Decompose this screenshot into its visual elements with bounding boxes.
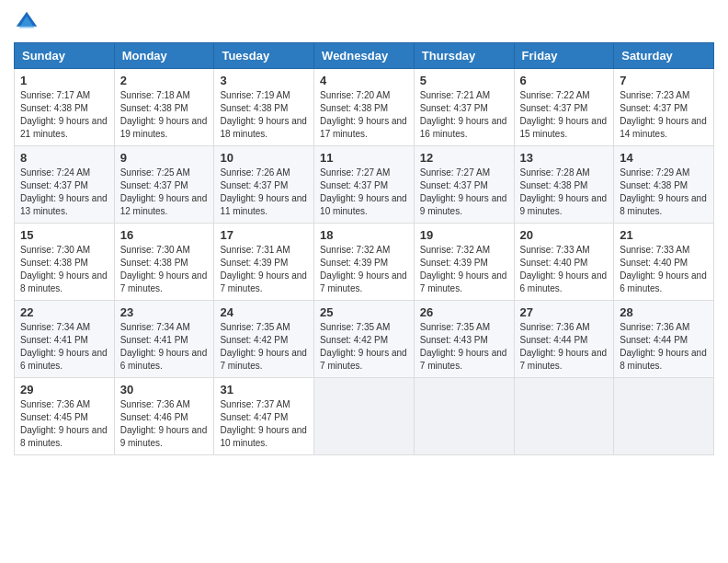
- day-number: 16: [120, 228, 209, 242]
- day-number: 10: [220, 151, 308, 165]
- week-row-3: 15 Sunrise: 7:30 AMSunset: 4:38 PMDaylig…: [15, 224, 714, 301]
- logo: [14, 9, 43, 35]
- day-info: Sunrise: 7:30 AMSunset: 4:38 PMDaylight:…: [20, 245, 108, 293]
- day-number: 5: [420, 74, 508, 87]
- day-cell: 23 Sunrise: 7:34 AMSunset: 4:41 PMDaylig…: [114, 301, 214, 378]
- weekday-header-row: SundayMondayTuesdayWednesdayThursdayFrid…: [15, 43, 714, 69]
- header: [14, 9, 714, 35]
- day-number: 1: [20, 74, 108, 87]
- day-cell: 8 Sunrise: 7:24 AMSunset: 4:37 PMDayligh…: [15, 146, 115, 224]
- day-info: Sunrise: 7:36 AMSunset: 4:44 PMDaylight:…: [620, 322, 707, 371]
- day-info: Sunrise: 7:31 AMSunset: 4:39 PMDaylight:…: [220, 245, 307, 293]
- day-number: 9: [120, 151, 209, 165]
- weekday-header-saturday: Saturday: [614, 43, 714, 69]
- day-number: 23: [120, 305, 209, 319]
- day-number: 21: [620, 228, 708, 242]
- day-info: Sunrise: 7:29 AMSunset: 4:38 PMDaylight:…: [620, 167, 707, 216]
- weekday-header-sunday: Sunday: [15, 43, 115, 69]
- day-cell: 30 Sunrise: 7:36 AMSunset: 4:46 PMDaylig…: [114, 378, 214, 455]
- weekday-header-wednesday: Wednesday: [314, 43, 415, 69]
- day-number: 31: [220, 383, 308, 396]
- day-info: Sunrise: 7:35 AMSunset: 4:42 PMDaylight:…: [220, 322, 307, 371]
- day-info: Sunrise: 7:27 AMSunset: 4:37 PMDaylight:…: [420, 167, 507, 216]
- day-cell: 17 Sunrise: 7:31 AMSunset: 4:39 PMDaylig…: [214, 224, 314, 301]
- day-cell: 6 Sunrise: 7:22 AMSunset: 4:37 PMDayligh…: [514, 69, 614, 146]
- day-info: Sunrise: 7:32 AMSunset: 4:39 PMDaylight:…: [420, 245, 507, 293]
- day-cell: 4 Sunrise: 7:20 AMSunset: 4:38 PMDayligh…: [314, 69, 415, 146]
- day-cell: 22 Sunrise: 7:34 AMSunset: 4:41 PMDaylig…: [15, 301, 115, 378]
- week-row-5: 29 Sunrise: 7:36 AMSunset: 4:45 PMDaylig…: [15, 378, 714, 455]
- day-number: 18: [320, 228, 408, 242]
- day-info: Sunrise: 7:19 AMSunset: 4:38 PMDaylight:…: [220, 90, 307, 139]
- day-cell: 31 Sunrise: 7:37 AMSunset: 4:47 PMDaylig…: [214, 378, 314, 455]
- day-cell: 16 Sunrise: 7:30 AMSunset: 4:38 PMDaylig…: [114, 224, 214, 301]
- day-cell: 20 Sunrise: 7:33 AMSunset: 4:40 PMDaylig…: [514, 224, 614, 301]
- weekday-header-tuesday: Tuesday: [214, 43, 314, 69]
- day-number: 27: [520, 305, 609, 319]
- day-number: 22: [20, 305, 108, 319]
- logo-icon: [14, 9, 40, 35]
- day-info: Sunrise: 7:24 AMSunset: 4:37 PMDaylight:…: [20, 167, 108, 216]
- day-cell: 1 Sunrise: 7:17 AMSunset: 4:38 PMDayligh…: [15, 69, 115, 146]
- day-number: 14: [620, 151, 708, 165]
- day-info: Sunrise: 7:18 AMSunset: 4:38 PMDaylight:…: [120, 90, 208, 139]
- day-number: 17: [220, 228, 308, 242]
- day-info: Sunrise: 7:34 AMSunset: 4:41 PMDaylight:…: [20, 322, 108, 371]
- day-number: 6: [520, 74, 609, 87]
- day-info: Sunrise: 7:33 AMSunset: 4:40 PMDaylight:…: [520, 245, 608, 293]
- day-number: 24: [220, 305, 308, 319]
- day-number: 2: [120, 74, 209, 87]
- day-cell: 27 Sunrise: 7:36 AMSunset: 4:44 PMDaylig…: [514, 301, 614, 378]
- weekday-header-friday: Friday: [514, 43, 614, 69]
- day-number: 25: [320, 305, 408, 319]
- day-info: Sunrise: 7:21 AMSunset: 4:37 PMDaylight:…: [420, 90, 507, 139]
- day-cell: 5 Sunrise: 7:21 AMSunset: 4:37 PMDayligh…: [414, 69, 514, 146]
- day-info: Sunrise: 7:25 AMSunset: 4:37 PMDaylight:…: [120, 167, 208, 216]
- day-info: Sunrise: 7:17 AMSunset: 4:38 PMDaylight:…: [20, 90, 108, 139]
- day-number: 11: [320, 151, 408, 165]
- day-cell: 19 Sunrise: 7:32 AMSunset: 4:39 PMDaylig…: [414, 224, 514, 301]
- day-cell: 2 Sunrise: 7:18 AMSunset: 4:38 PMDayligh…: [114, 69, 214, 146]
- day-cell: 29 Sunrise: 7:36 AMSunset: 4:45 PMDaylig…: [15, 378, 115, 455]
- day-info: Sunrise: 7:35 AMSunset: 4:42 PMDaylight:…: [320, 322, 407, 371]
- day-info: Sunrise: 7:23 AMSunset: 4:37 PMDaylight:…: [620, 90, 707, 139]
- day-info: Sunrise: 7:30 AMSunset: 4:38 PMDaylight:…: [120, 245, 208, 293]
- day-info: Sunrise: 7:34 AMSunset: 4:41 PMDaylight:…: [120, 322, 208, 371]
- week-row-2: 8 Sunrise: 7:24 AMSunset: 4:37 PMDayligh…: [15, 146, 714, 224]
- day-info: Sunrise: 7:35 AMSunset: 4:43 PMDaylight:…: [420, 322, 507, 371]
- day-cell: [414, 378, 514, 455]
- day-number: 13: [520, 151, 609, 165]
- day-info: Sunrise: 7:36 AMSunset: 4:46 PMDaylight:…: [120, 399, 208, 448]
- day-cell: 9 Sunrise: 7:25 AMSunset: 4:37 PMDayligh…: [114, 146, 214, 224]
- day-info: Sunrise: 7:32 AMSunset: 4:39 PMDaylight:…: [320, 245, 407, 293]
- day-info: Sunrise: 7:22 AMSunset: 4:37 PMDaylight:…: [520, 90, 608, 139]
- day-cell: 14 Sunrise: 7:29 AMSunset: 4:38 PMDaylig…: [614, 146, 714, 224]
- week-row-4: 22 Sunrise: 7:34 AMSunset: 4:41 PMDaylig…: [15, 301, 714, 378]
- day-cell: 3 Sunrise: 7:19 AMSunset: 4:38 PMDayligh…: [214, 69, 314, 146]
- day-cell: 13 Sunrise: 7:28 AMSunset: 4:38 PMDaylig…: [514, 146, 614, 224]
- day-number: 26: [420, 305, 508, 319]
- day-number: 19: [420, 228, 508, 242]
- week-row-1: 1 Sunrise: 7:17 AMSunset: 4:38 PMDayligh…: [15, 69, 714, 146]
- day-cell: 21 Sunrise: 7:33 AMSunset: 4:40 PMDaylig…: [614, 224, 714, 301]
- day-info: Sunrise: 7:36 AMSunset: 4:45 PMDaylight:…: [20, 399, 108, 448]
- day-cell: [514, 378, 614, 455]
- day-cell: 25 Sunrise: 7:35 AMSunset: 4:42 PMDaylig…: [314, 301, 415, 378]
- day-info: Sunrise: 7:36 AMSunset: 4:44 PMDaylight:…: [520, 322, 608, 371]
- weekday-header-monday: Monday: [114, 43, 214, 69]
- day-info: Sunrise: 7:26 AMSunset: 4:37 PMDaylight:…: [220, 167, 307, 216]
- weekday-header-thursday: Thursday: [414, 43, 514, 69]
- day-number: 20: [520, 228, 609, 242]
- day-number: 12: [420, 151, 508, 165]
- day-number: 7: [620, 74, 708, 87]
- day-cell: 12 Sunrise: 7:27 AMSunset: 4:37 PMDaylig…: [414, 146, 514, 224]
- day-number: 29: [20, 383, 108, 396]
- day-number: 3: [220, 74, 308, 87]
- day-cell: 26 Sunrise: 7:35 AMSunset: 4:43 PMDaylig…: [414, 301, 514, 378]
- day-number: 8: [20, 151, 108, 165]
- day-cell: 10 Sunrise: 7:26 AMSunset: 4:37 PMDaylig…: [214, 146, 314, 224]
- day-info: Sunrise: 7:27 AMSunset: 4:37 PMDaylight:…: [320, 167, 407, 216]
- day-cell: 24 Sunrise: 7:35 AMSunset: 4:42 PMDaylig…: [214, 301, 314, 378]
- day-cell: [314, 378, 415, 455]
- day-cell: 7 Sunrise: 7:23 AMSunset: 4:37 PMDayligh…: [614, 69, 714, 146]
